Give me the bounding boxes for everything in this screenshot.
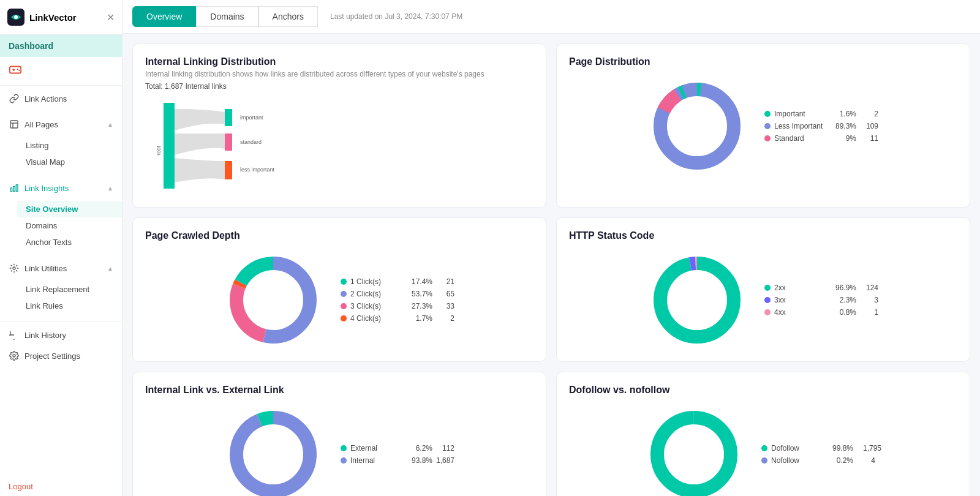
tab-anchors[interactable]: Anchors <box>258 6 318 27</box>
card-http-status: HTTP Status Code 2xx 96.9% 12 <box>556 217 970 362</box>
link-rules-label: Link Rules <box>26 301 63 310</box>
sidebar-item-link-actions[interactable]: Link Actions <box>0 88 122 109</box>
legend-label: 1 Click(s) <box>350 277 405 286</box>
utilities-submenu: Link Replacement Link Rules <box>0 279 122 317</box>
legend-pct: 96.9% <box>833 284 856 292</box>
legend-dot <box>764 123 771 129</box>
main-content: Overview Domains Anchors Last updated on… <box>123 0 980 496</box>
legend-label: Less Important <box>774 122 829 130</box>
sidebar-item-link-history[interactable]: Link History <box>0 325 122 345</box>
chevron-down-icon: ▲ <box>107 121 113 128</box>
legend-label: 2xx <box>774 284 829 292</box>
chevron-down-icon-2: ▲ <box>107 265 113 272</box>
sidebar-item-project-settings[interactable]: Project Settings <box>0 345 122 366</box>
sidebar-item-link-utilities[interactable]: Link Utilities ▲ <box>0 258 122 279</box>
svg-point-5 <box>17 69 18 70</box>
legend-count: 2 <box>860 110 878 118</box>
legend-pct: 0.2% <box>830 456 853 465</box>
http-status-donut <box>648 251 746 349</box>
card-page-crawled-depth: Page Crawled Depth 1 Click(s) <box>132 217 546 362</box>
tab-overview[interactable]: Overview <box>132 6 196 27</box>
sidebar-item-listing[interactable]: Listing <box>17 137 122 154</box>
svg-rect-12 <box>16 185 18 192</box>
dofollow-nofollow-donut <box>645 405 743 496</box>
svg-text:standard: standard <box>240 139 262 145</box>
page-distribution-donut <box>648 77 746 175</box>
legend-dot <box>764 135 771 141</box>
page-distribution-content: Important 1.6% 2 Less Important 89.3% 10… <box>569 77 957 175</box>
legend-dot <box>341 445 347 451</box>
tab-domains[interactable]: Domains <box>196 6 258 27</box>
legend-dot <box>341 291 347 297</box>
legend-label: 3 Click(s) <box>350 302 405 310</box>
actions-section: Link Actions <box>0 86 122 111</box>
internal-vs-external-donut <box>224 405 322 496</box>
legend-dot <box>764 309 771 315</box>
card-internal-linking: Internal Linking Distribution Internal l… <box>132 43 546 208</box>
svg-rect-15 <box>164 103 175 189</box>
legend-pct: 17.4% <box>409 277 432 286</box>
legend-pct: 6.2% <box>409 444 432 453</box>
svg-point-35 <box>657 418 731 491</box>
sidebar-divider <box>0 321 122 322</box>
legend-count: 1,795 <box>857 444 881 453</box>
legend-label: 3xx <box>774 296 829 304</box>
internal-vs-external-content: External 6.2% 112 Internal 93.8% 1,687 <box>145 405 533 496</box>
sidebar-item-domains[interactable]: Domains <box>17 217 122 234</box>
history-label: Link History <box>24 331 66 340</box>
anchor-texts-label: Anchor Texts <box>26 238 72 247</box>
sidebar-item-visual-map[interactable]: Visual Map <box>17 154 122 170</box>
legend-dot <box>764 111 771 117</box>
dofollow-nofollow-content: Dofollow 99.8% 1,795 Nofollow 0.2% 4 <box>569 405 957 496</box>
sidebar-item-link-insights[interactable]: Link Insights ▲ <box>0 178 122 198</box>
sidebar-item-site-overview[interactable]: Site Overview <box>17 201 122 217</box>
topbar: Overview Domains Anchors Last updated on… <box>123 0 980 34</box>
legend-row: Standard 9% 11 <box>764 134 878 143</box>
legend-count: 124 <box>860 284 878 292</box>
dashboard-grid: Internal Linking Distribution Internal l… <box>123 34 980 496</box>
card-dofollow-nofollow: Dofollow vs. nofollow Dofollow 99.8% 1,7… <box>556 372 970 496</box>
legend-label: 2 Click(s) <box>350 290 405 298</box>
legend-label: Standard <box>774 134 829 143</box>
utilities-section: Link Utilities ▲ Link Replacement Link R… <box>0 255 122 319</box>
sidebar-item-link-rules[interactable]: Link Rules <box>17 298 122 314</box>
all-pages-submenu: Listing Visual Map <box>0 135 122 173</box>
last-updated: Last updated on Jul 3, 2024, 7:30:07 PM <box>330 12 462 21</box>
legend-row: 4 Click(s) 1.7% 2 <box>341 314 454 323</box>
legend-count: 1,687 <box>436 456 454 465</box>
legend-label: Dofollow <box>771 444 826 453</box>
internal-vs-external-title: Internal Link vs. External Link <box>145 385 533 396</box>
close-icon[interactable]: ✕ <box>107 12 115 23</box>
legend-pct: 0.8% <box>833 308 856 317</box>
card-internal-vs-external: Internal Link vs. External Link External… <box>132 372 546 496</box>
legend-label: 4 Click(s) <box>350 314 405 323</box>
legend-dot <box>341 315 347 321</box>
sidebar-item-anchor-texts[interactable]: Anchor Texts <box>17 234 122 250</box>
all-pages-icon <box>9 119 20 130</box>
svg-text:less important: less important <box>240 167 275 173</box>
legend-dot <box>341 279 347 285</box>
sidebar-item-all-pages[interactable]: All Pages ▲ <box>0 114 122 135</box>
internal-linking-chart: root important standard less important <box>145 97 533 195</box>
http-status-legend: 2xx 96.9% 124 3xx 2.3% 3 4xx 0.8% <box>764 284 878 317</box>
svg-point-30 <box>660 263 734 337</box>
svg-point-13 <box>13 267 15 269</box>
sidebar-item-logout[interactable]: Logout <box>0 477 122 496</box>
sidebar-item-link-replacement[interactable]: Link Replacement <box>17 281 122 298</box>
svg-point-14 <box>13 355 15 357</box>
all-pages-label: All Pages <box>24 120 58 129</box>
legend-count: 2 <box>436 314 454 323</box>
sidebar-item-dashboard[interactable]: Dashboard <box>0 35 122 57</box>
legend-row: Nofollow 0.2% 4 <box>761 456 881 465</box>
insights-submenu: Site Overview Domains Anchor Texts <box>0 198 122 253</box>
legend-label: Nofollow <box>771 456 826 465</box>
legend-dot <box>761 445 767 451</box>
legend-count: 65 <box>436 290 454 298</box>
legend-label: External <box>350 444 405 453</box>
internal-linking-total: Total: 1,687 Internal links <box>145 82 533 91</box>
legend-count: 112 <box>436 444 454 453</box>
crawled-depth-title: Page Crawled Depth <box>145 230 533 241</box>
legend-count: 33 <box>436 302 454 310</box>
dofollow-nofollow-legend: Dofollow 99.8% 1,795 Nofollow 0.2% 4 <box>761 444 881 465</box>
legend-pct: 2.3% <box>833 296 856 304</box>
